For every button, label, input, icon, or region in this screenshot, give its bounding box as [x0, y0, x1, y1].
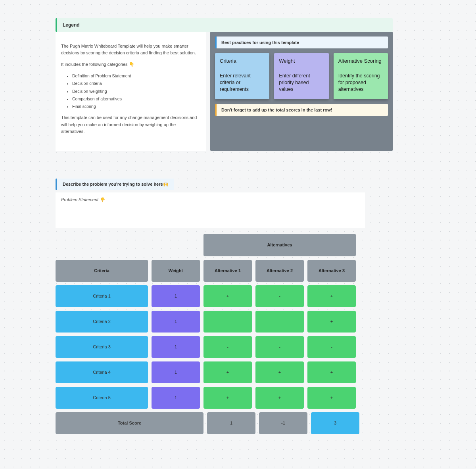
legend-title: Legend: [63, 22, 80, 28]
sticky-title: Criteria: [220, 58, 265, 64]
sticky-body: Enter relevant criteria or requirements: [220, 73, 265, 93]
matrix-row: Criteria 5 1 + + +: [56, 387, 365, 409]
score-cell[interactable]: +: [307, 361, 356, 383]
header-criteria: Criteria: [56, 260, 148, 282]
score-cell[interactable]: -: [255, 336, 304, 358]
criteria-cell[interactable]: Criteria 4: [56, 361, 148, 383]
score-cell[interactable]: +: [307, 285, 356, 307]
sticky-title: Alternative Scoring: [338, 58, 383, 64]
problem-placeholder: Problem Statement 👇: [61, 197, 105, 202]
matrix-row-column-headers: Criteria Weight Alternative 1 Alternativ…: [56, 260, 365, 282]
sticky-criteria[interactable]: Criteria Enter relevant criteria or requ…: [215, 53, 269, 99]
score-cell[interactable]: -: [255, 285, 304, 307]
description-intro: The Pugh Matrix Whiteboard Template will…: [61, 43, 198, 56]
weight-cell[interactable]: 1: [152, 387, 200, 409]
matrix-row-alternatives-header: Alternatives: [56, 234, 365, 256]
criteria-cell[interactable]: Criteria 5: [56, 387, 148, 409]
weight-cell[interactable]: 1: [152, 285, 200, 307]
score-cell[interactable]: +: [255, 361, 304, 383]
matrix-row-total: Total Score 1 -1 3: [56, 412, 365, 434]
score-cell[interactable]: +: [203, 387, 252, 409]
description-card: The Pugh Matrix Whiteboard Template will…: [56, 32, 206, 151]
weight-cell[interactable]: 1: [152, 361, 200, 383]
sticky-body: Enter different priority based values: [279, 73, 324, 93]
best-practices-card: Best practices for using this template C…: [210, 32, 393, 151]
total-alt3: 3: [311, 412, 359, 434]
sticky-alternative-scoring[interactable]: Alternative Scoring Identify the scoring…: [334, 53, 388, 99]
weight-cell[interactable]: 1: [152, 336, 200, 358]
criteria-cell[interactable]: Criteria 3: [56, 336, 148, 358]
score-cell[interactable]: -: [307, 336, 356, 358]
list-item: Decision criteria: [72, 80, 198, 86]
header-alt3: Alternative 3: [307, 260, 356, 282]
criteria-cell[interactable]: Criteria 1: [56, 285, 148, 307]
score-cell[interactable]: -: [203, 336, 252, 358]
score-cell[interactable]: -: [255, 311, 304, 333]
header-weight: Weight: [152, 260, 200, 282]
total-score-label: Total Score: [56, 412, 203, 434]
matrix-row: Criteria 4 1 + + +: [56, 361, 365, 383]
score-cell[interactable]: +: [255, 387, 304, 409]
list-item: Comparison of alternatives: [72, 96, 198, 102]
sticky-title: Weight: [279, 58, 324, 64]
best-practices-header-text: Best practices for using this template: [221, 40, 299, 45]
list-item: Final scoring: [72, 103, 198, 110]
best-practices-header: Best practices for using this template: [215, 37, 388, 48]
best-practices-footer-text: Don't forget to add up the total scores …: [221, 108, 332, 112]
matrix-row: Criteria 1 1 + - +: [56, 285, 365, 307]
sticky-body: Identify the scoring for proposed altern…: [338, 73, 383, 93]
description-includes-label: It includes the following categories 👇: [61, 61, 198, 68]
header-alternatives: Alternatives: [203, 234, 356, 256]
total-alt2: -1: [259, 412, 307, 434]
header-alternatives-text: Alternatives: [267, 242, 292, 247]
sticky-weight[interactable]: Weight Enter different priority based va…: [274, 53, 328, 99]
weight-cell[interactable]: 1: [152, 311, 200, 333]
description-outro: This template can be used for any change…: [61, 114, 198, 135]
total-alt1: 1: [207, 412, 255, 434]
list-item: Decision weighting: [72, 88, 198, 94]
score-cell[interactable]: -: [203, 311, 252, 333]
matrix-row: Criteria 3 1 - - -: [56, 336, 365, 358]
score-cell[interactable]: +: [203, 285, 252, 307]
list-item: Definition of Problem Statement: [72, 73, 198, 79]
intro-row: The Pugh Matrix Whiteboard Template will…: [56, 32, 393, 151]
pugh-matrix: Alternatives Criteria Weight Alternative…: [56, 234, 365, 434]
criteria-cell[interactable]: Criteria 2: [56, 311, 148, 333]
matrix-row: Criteria 2 1 - - +: [56, 311, 365, 333]
problem-label: Describe the problem you're trying to so…: [56, 179, 174, 190]
best-practices-footer: Don't forget to add up the total scores …: [215, 104, 388, 116]
problem-label-text: Describe the problem you're trying to so…: [63, 182, 169, 186]
header-alt1: Alternative 1: [203, 260, 252, 282]
header-alt2: Alternative 2: [255, 260, 304, 282]
score-cell[interactable]: +: [307, 387, 356, 409]
legend-banner: Legend: [56, 18, 393, 32]
sticky-notes-row: Criteria Enter relevant criteria or requ…: [215, 53, 388, 99]
description-categories-list: Definition of Problem Statement Decision…: [61, 73, 198, 110]
score-cell[interactable]: +: [307, 311, 356, 333]
problem-statement-box[interactable]: Problem Statement 👇: [56, 192, 365, 228]
score-cell[interactable]: +: [203, 361, 252, 383]
